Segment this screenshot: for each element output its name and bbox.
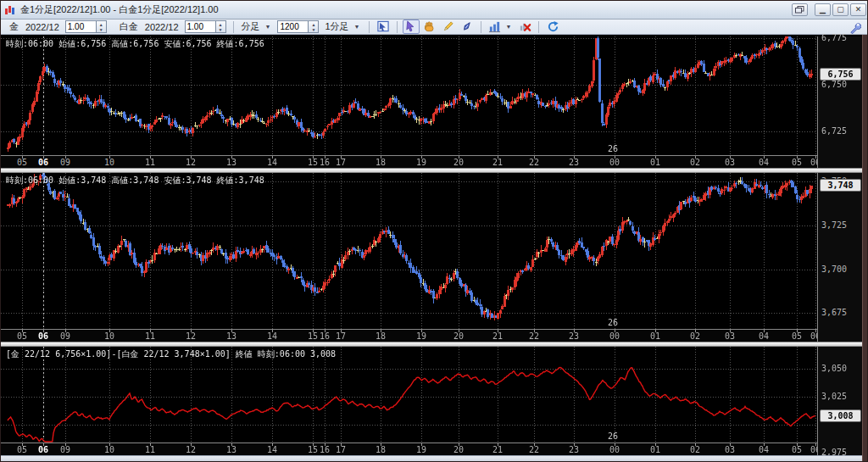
- x-tick-label: 05: [17, 158, 27, 167]
- x-tick-label: 06: [38, 331, 48, 341]
- x-tick-label: 10: [104, 331, 114, 341]
- platinum-time-axis[interactable]: 0506091011121314151617181920212223000102…: [1, 329, 817, 342]
- pen-icon: [460, 20, 473, 33]
- bar-chart-icon: [488, 20, 501, 33]
- x-tick-label: 21: [492, 331, 503, 341]
- y-tick-label: 3,700: [821, 264, 847, 274]
- chart-area: 時刻:06:00 始値:6,756 高値:6,756 安値:6,756 終値:6…: [1, 35, 868, 455]
- x-tick-label: 19: [416, 331, 426, 341]
- platinum-price-axis[interactable]: 3,6753,7003,7253,750 3,748: [817, 173, 862, 342]
- x-tick-label: 15: [308, 331, 318, 341]
- x-tick-label: 13: [226, 445, 236, 454]
- toolbar: 金 2022/12 ▲▼ 白金 2022/12 ▲▼ 分足 ▼ ▲▼ 1分足 ▼: [1, 19, 868, 35]
- gold-ohlc-readout: 時刻:06:00 始値:6,756 高値:6,756 安値:6,756 終値:6…: [6, 38, 264, 50]
- gold-multiplier-input[interactable]: [65, 20, 96, 33]
- y-tick-label: 3,025: [821, 392, 847, 401]
- x-tick-label: 15: [308, 158, 318, 167]
- date-label: 26: [608, 431, 618, 441]
- x-tick-label: 14: [267, 158, 277, 167]
- app-icon: [4, 5, 16, 15]
- x-tick-label: 00: [609, 445, 620, 454]
- x-tick-label: 23: [569, 331, 579, 341]
- x-tick-label: 21: [492, 158, 503, 167]
- bar-type-dropdown[interactable]: 分足: [242, 20, 260, 33]
- delete-drawing-button[interactable]: [516, 19, 533, 34]
- settings-wrench-button[interactable]: [846, 20, 863, 35]
- spread-time-axis[interactable]: 0506091011121314151617181920212223000102…: [1, 443, 817, 455]
- chart-panel-platinum: 時刻:06:00 始値:3,748 高値:3,748 安値:3,748 終値:3…: [1, 173, 862, 342]
- x-tick-label: 04: [759, 158, 769, 167]
- bar-count-spinner[interactable]: ▲▼: [308, 20, 319, 33]
- overlap-windows-button[interactable]: [792, 3, 808, 16]
- x-tick-label: 00: [609, 331, 620, 341]
- x-tick-label: 02: [690, 445, 700, 454]
- maximize-button[interactable]: ▢: [832, 3, 849, 16]
- refresh-icon: [547, 20, 559, 33]
- bar-type-dropdown-arrow[interactable]: ▼: [265, 24, 271, 30]
- gold-multiplier-spinbox: ▲▼: [65, 20, 107, 33]
- pan-tool-button[interactable]: [421, 19, 438, 34]
- window-bottom-bar: [1, 455, 862, 462]
- x-tick-label: 02: [690, 331, 700, 341]
- chart-panel-spread: [金 22/12 6,756×1.00]-[白金 22/12 3,748×1.0…: [1, 347, 862, 455]
- x-tick-label: 18: [376, 445, 386, 454]
- x-tick-label: 21: [492, 445, 503, 454]
- platinum-multiplier-spinner[interactable]: ▲▼: [215, 20, 226, 33]
- toolbar-separator: [369, 21, 370, 33]
- platinum-multiplier-input[interactable]: [185, 20, 215, 33]
- x-tick-label: 03: [725, 445, 735, 454]
- x-tick-label: 03: [725, 331, 735, 341]
- chart-pointer-button[interactable]: [375, 19, 392, 34]
- minimize-button[interactable]: ▁: [815, 3, 831, 16]
- x-tick-label: 10: [104, 445, 114, 454]
- x-tick-label: 13: [226, 158, 236, 167]
- x-tick-label: 22: [529, 158, 539, 167]
- x-tick-label: 12: [186, 331, 196, 341]
- select-tool-button[interactable]: [403, 19, 420, 34]
- gold-contract-label: 2022/12: [25, 22, 59, 32]
- x-tick-label: 18: [376, 331, 386, 341]
- y-tick-label: 3,675: [821, 308, 847, 317]
- window-right-frame: [862, 35, 868, 462]
- x-tick-label: 19: [416, 158, 426, 167]
- interval-dropdown-arrow[interactable]: ▼: [354, 24, 360, 30]
- x-tick-label: 06: [38, 445, 48, 454]
- platinum-chart-canvas[interactable]: [1, 173, 817, 329]
- bar-count-spinbox: ▲▼: [277, 20, 319, 33]
- x-tick-label: 09: [60, 445, 70, 454]
- toolbar-separator: [233, 21, 234, 33]
- gold-multiplier-spinner[interactable]: ▲▼: [96, 20, 107, 33]
- x-tick-label: 16: [320, 158, 330, 167]
- x-tick-label: 23: [569, 158, 579, 167]
- interval-dropdown[interactable]: 1分足: [325, 20, 348, 33]
- x-tick-label: 01: [650, 445, 660, 454]
- date-label: 26: [608, 144, 618, 153]
- x-tick-label: 04: [759, 331, 769, 341]
- x-tick-label: 04: [759, 445, 769, 454]
- chart-window: 金1分足[2022/12]1.00 - 白金1分足[2022/12]1.00 ▁…: [0, 0, 868, 462]
- gold-chart-canvas[interactable]: [1, 36, 817, 155]
- x-tick-label: 14: [267, 445, 277, 454]
- gold-last-price-box: 6,756: [820, 68, 861, 81]
- window-title: 金1分足[2022/12]1.00 - 白金1分足[2022/12]1.00: [20, 3, 219, 16]
- spread-chart-canvas[interactable]: [1, 347, 817, 443]
- y-tick-label: 3,050: [821, 364, 847, 373]
- x-tick-label: 13: [226, 331, 236, 341]
- x-tick-label: 23: [569, 445, 579, 454]
- x-tick-label: 11: [145, 158, 155, 167]
- refresh-button[interactable]: [544, 19, 561, 34]
- gold-price-axis[interactable]: 6,7256,7506,775 6,756: [817, 36, 862, 168]
- pencil-tool-button[interactable]: [440, 19, 457, 34]
- spread-price-axis[interactable]: 2,9753,0253,050 3,008: [817, 347, 862, 455]
- x-tick-label: 05: [17, 331, 27, 341]
- x-tick-label: 20: [453, 445, 464, 454]
- close-button[interactable]: ✕: [850, 3, 866, 16]
- gold-time-axis[interactable]: 0506091011121314151617181920212223000102…: [1, 155, 817, 168]
- chart-style-button[interactable]: [487, 19, 504, 34]
- x-tick-label: 05: [792, 158, 802, 167]
- spread-formula-readout: [金 22/12 6,756×1.00]-[白金 22/12 3,748×1.0…: [6, 348, 336, 360]
- platinum-symbol-label: 白金: [120, 20, 138, 33]
- chart-style-dropdown-arrow[interactable]: ▼: [506, 24, 512, 30]
- bar-count-input[interactable]: [277, 20, 308, 33]
- pen-tool-button[interactable]: [459, 19, 476, 34]
